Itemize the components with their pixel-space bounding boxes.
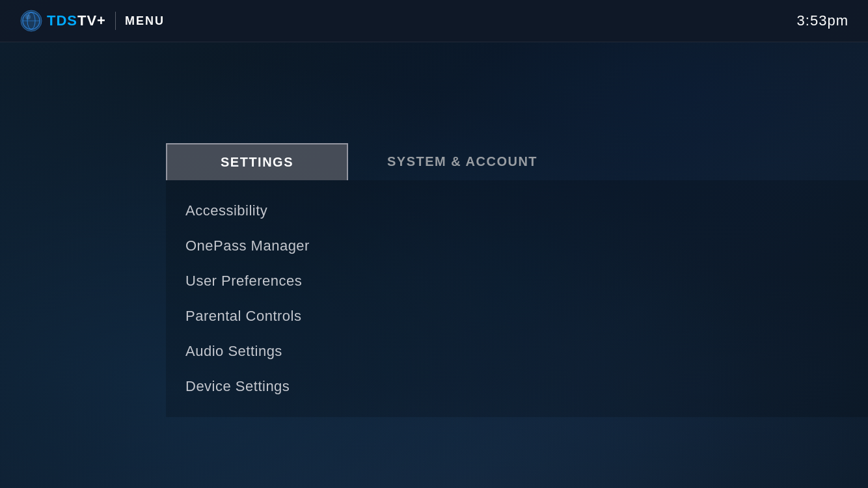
menu-item-audio-settings[interactable]: Audio Settings <box>166 334 868 369</box>
header: TDSTV+ MENU 3:53pm <box>0 0 868 42</box>
menu-item-device-settings[interactable]: Device Settings <box>166 369 868 404</box>
menu-list: Accessibility OnePass Manager User Prefe… <box>166 180 868 417</box>
menu-item-user-preferences[interactable]: User Preferences <box>166 264 868 299</box>
menu-item-onepass-manager[interactable]: OnePass Manager <box>166 228 868 264</box>
svg-point-4 <box>25 14 31 20</box>
logo-text: TDSTV+ <box>47 12 106 29</box>
main-content: SETTINGS SYSTEM & ACCOUNT Accessibility … <box>0 42 868 417</box>
tab-system-account[interactable]: SYSTEM & ACCOUNT <box>348 143 570 180</box>
header-menu-label: MENU <box>125 14 165 28</box>
logo-tds: TDS <box>47 12 77 29</box>
logo-icon <box>20 9 43 33</box>
header-divider <box>115 12 116 30</box>
logo: TDSTV+ <box>20 9 106 33</box>
tab-settings[interactable]: SETTINGS <box>166 143 348 180</box>
header-time: 3:53pm <box>797 12 848 29</box>
header-left: TDSTV+ MENU <box>20 9 165 33</box>
menu-item-accessibility[interactable]: Accessibility <box>166 193 868 228</box>
logo-tv: TV+ <box>77 12 106 29</box>
tab-bar: SETTINGS SYSTEM & ACCOUNT <box>166 143 868 180</box>
menu-item-parental-controls[interactable]: Parental Controls <box>166 299 868 334</box>
